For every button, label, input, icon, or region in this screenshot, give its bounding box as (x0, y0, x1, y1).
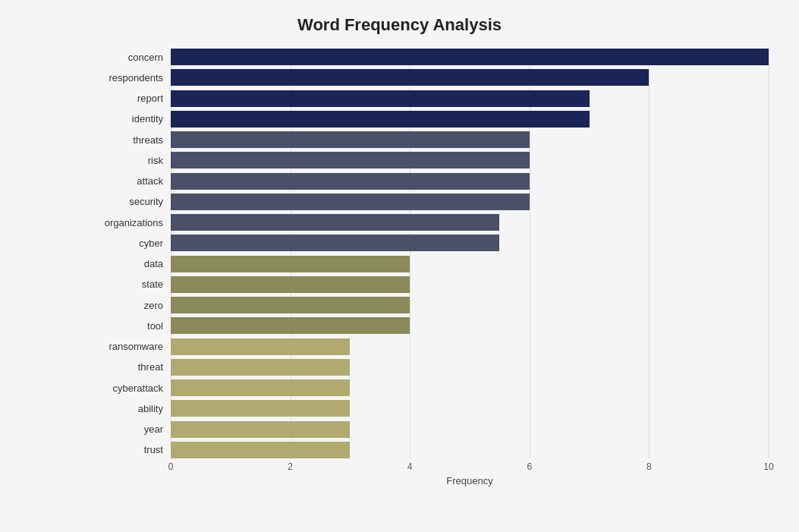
bar-track (171, 256, 769, 272)
bar-fill (171, 359, 350, 376)
bar-track (171, 90, 769, 107)
bar-row: cyberattack (91, 379, 769, 396)
bar-row: tool (91, 317, 769, 334)
bar-row: risk (91, 152, 769, 168)
bar-track (171, 111, 769, 127)
bar-label: security (91, 196, 171, 207)
bar-fill (171, 442, 350, 458)
bar-track (171, 297, 769, 313)
bar-fill (171, 111, 590, 127)
bar-label: risk (91, 155, 171, 166)
bar-row: threat (91, 359, 769, 376)
bar-track (171, 442, 769, 458)
bar-row: respondents (91, 69, 769, 86)
bar-track (171, 235, 769, 251)
bar-track (171, 421, 769, 438)
x-tick-label: 6 (527, 461, 532, 472)
bar-fill (171, 421, 350, 438)
bar-row: threats (91, 131, 769, 148)
bar-fill (171, 69, 649, 86)
bar-track (171, 276, 769, 293)
bar-track (171, 400, 769, 417)
bar-track (171, 152, 769, 168)
bar-row: year (91, 421, 769, 438)
bar-row: ransomware (91, 338, 769, 355)
bar-row: cyber (91, 235, 769, 251)
x-tick-label: 4 (407, 461, 413, 472)
bar-label: tool (91, 320, 171, 332)
bar-row: security (91, 194, 769, 210)
bar-track (171, 49, 769, 65)
bar-label: cyber (91, 238, 171, 249)
bar-track (171, 194, 769, 210)
bar-fill (171, 256, 410, 272)
bar-fill (171, 276, 410, 293)
chart-title: Word Frequency Analysis (30, 15, 769, 35)
bar-track (171, 214, 769, 231)
bar-track (171, 359, 769, 376)
bar-row: report (91, 90, 769, 107)
bar-label: state (91, 279, 171, 290)
bar-label: trust (91, 444, 171, 455)
bar-label: identity (91, 113, 171, 124)
x-axis-label: Frequency (171, 475, 769, 489)
bar-fill (171, 317, 410, 334)
bar-label: concern (91, 52, 171, 63)
bar-track (171, 173, 769, 190)
x-tick-label: 10 (763, 461, 773, 472)
bar-fill (171, 90, 590, 107)
bar-label: attack (91, 175, 171, 187)
bar-label: organizations (91, 217, 171, 228)
bar-row: organizations (91, 214, 769, 231)
x-axis: Frequency 0246810 (171, 458, 769, 489)
bar-row: data (91, 256, 769, 272)
bar-row: zero (91, 297, 769, 313)
bar-fill (171, 214, 499, 231)
x-tick-label: 2 (288, 461, 293, 472)
bar-fill (171, 152, 530, 168)
bar-fill (171, 379, 350, 396)
bar-row: identity (91, 111, 769, 127)
bar-fill (171, 338, 350, 355)
bar-label: ability (91, 403, 171, 414)
bar-fill (171, 235, 499, 251)
bar-fill (171, 173, 530, 190)
bar-row: attack (91, 173, 769, 190)
bar-fill (171, 194, 530, 210)
bar-track (171, 338, 769, 355)
bar-track (171, 379, 769, 396)
bar-label: respondents (91, 72, 171, 83)
chart-area: concernrespondentsreportidentitythreatsr… (91, 49, 769, 489)
bars-wrapper: concernrespondentsreportidentitythreatsr… (91, 49, 769, 458)
chart-container: Word Frequency Analysis concernresponden… (0, 0, 799, 532)
x-tick-label: 0 (168, 461, 174, 472)
bar-row: state (91, 276, 769, 293)
bar-label: report (91, 93, 171, 104)
bar-track (171, 131, 769, 148)
grid-line (769, 49, 769, 458)
x-tick-label: 8 (646, 461, 652, 472)
bar-track (171, 317, 769, 334)
bar-fill (171, 49, 769, 65)
bar-track (171, 69, 769, 86)
bar-row: trust (91, 442, 769, 458)
bar-label: year (91, 423, 171, 435)
bar-fill (171, 297, 410, 313)
bar-label: ransomware (91, 341, 171, 352)
bar-label: data (91, 258, 171, 269)
bar-fill (171, 131, 530, 148)
bar-fill (171, 400, 350, 417)
bar-label: threats (91, 134, 171, 146)
bar-label: cyberattack (91, 382, 171, 394)
bar-row: concern (91, 49, 769, 65)
bar-row: ability (91, 400, 769, 417)
bar-label: zero (91, 300, 171, 311)
bar-label: threat (91, 361, 171, 373)
